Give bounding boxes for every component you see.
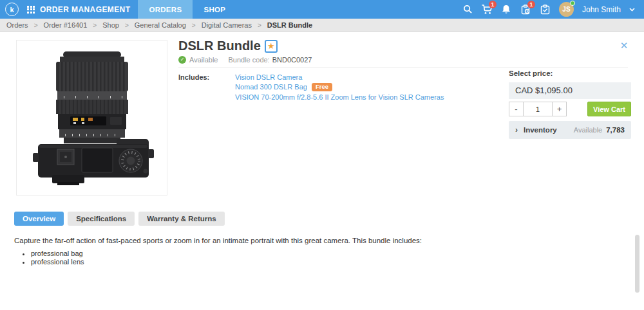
user-avatar[interactable]: JS — [559, 2, 574, 17]
bundle-code-value: BND0C0027 — [272, 56, 312, 64]
view-cart-button[interactable]: View Cart — [587, 102, 631, 116]
quantity-decrease-button[interactable]: - — [509, 102, 524, 116]
avatar-initials: JS — [562, 6, 570, 13]
breadcrumb-separator: > — [93, 22, 97, 29]
breadcrumb-shop[interactable]: Shop — [102, 21, 119, 29]
search-icon[interactable] — [462, 4, 473, 15]
breadcrumb-order-number[interactable]: Order #16401 — [43, 21, 87, 29]
breadcrumb-separator: > — [125, 22, 129, 29]
breadcrumb-general-catalog[interactable]: General Catalog — [135, 21, 186, 29]
included-item-lens-link[interactable]: VISION 70-200mm f/2.8-5.6 II Zoom Lens f… — [235, 93, 444, 101]
list-item: VISION 70-200mm f/2.8-5.6 II Zoom Lens f… — [235, 93, 444, 101]
tab-specifications[interactable]: Specifications — [68, 212, 135, 226]
breadcrumb-separator: > — [34, 22, 38, 29]
quantity-row: - + View Cart — [509, 102, 631, 116]
scrollbar-thumb[interactable] — [635, 235, 639, 293]
availability-status: Available — [189, 56, 218, 64]
free-badge: Free — [312, 83, 332, 91]
breadcrumb-digital-cameras[interactable]: Digital Cameras — [202, 21, 252, 29]
close-icon[interactable]: ✕ — [618, 40, 630, 51]
breadcrumb-separator: > — [258, 22, 261, 29]
includes-section: Includes: Vision DSLR Camera Nomad 300 D… — [178, 73, 444, 101]
included-item-camera-link[interactable]: Vision DSLR Camera — [235, 73, 302, 81]
list-item: professional bag — [31, 250, 84, 258]
select-price-label: Select price: — [509, 69, 631, 77]
product-image — [16, 40, 167, 196]
content-tabs: Overview Specifications Warranty & Retur… — [14, 212, 225, 226]
price-option[interactable]: CAD $1,095.00 — [509, 82, 631, 99]
breadcrumb-separator: > — [192, 22, 196, 29]
title-divider — [178, 68, 628, 68]
returns-badge: 1 — [527, 1, 535, 8]
inventory-label: Inventory — [524, 126, 557, 134]
includes-label: Includes: — [178, 73, 235, 101]
tab-overview[interactable]: Overview — [14, 212, 64, 226]
available-check-icon: ✓ — [178, 56, 186, 64]
description-bullet-list: professional bag professional lens — [31, 250, 84, 266]
breadcrumb: Orders > Order #16401 > Shop > General C… — [0, 19, 644, 32]
breadcrumb-dslr-bundle: DSLR Bundle — [267, 21, 312, 29]
cart-badge: 1 — [489, 1, 497, 8]
page-title: DSLR Bundle — [178, 39, 261, 53]
kibo-logo[interactable]: k — [5, 3, 19, 16]
available-count: 7,783 — [606, 126, 625, 134]
bundle-code-label: Bundle code: — [228, 56, 269, 64]
user-name[interactable]: John Smith — [582, 5, 621, 14]
navbar-left: k ORDER MANAGEMENT ORDERS SHOP — [0, 0, 236, 19]
inventory-accordion[interactable]: › Inventory Available 7,783 — [509, 121, 631, 139]
purchase-panel: Select price: CAD $1,095.00 - + View Car… — [509, 69, 631, 139]
availability-row: ✓ Available Bundle code: BND0C0027 — [178, 56, 312, 64]
nav-tab-orders[interactable]: ORDERS — [138, 0, 193, 19]
quantity-input[interactable] — [524, 102, 552, 116]
list-item: Nomad 300 DSLR Bag Free — [235, 83, 444, 91]
app-title: ORDER MANAGEMENT — [40, 5, 130, 14]
list-item: professional lens — [31, 258, 84, 266]
returns-clipboard-icon[interactable]: 1 — [520, 4, 531, 15]
cart-icon[interactable]: 1 — [482, 4, 493, 15]
navbar-right: 1 1 JS Jo — [462, 0, 644, 19]
app-grid-icon[interactable] — [27, 6, 35, 14]
included-item-bag-link[interactable]: Nomad 300 DSLR Bag — [235, 83, 307, 91]
inventory-availability: Available 7,783 — [574, 126, 625, 134]
dslr-camera-illustration — [28, 48, 156, 188]
available-label: Available — [574, 126, 602, 134]
online-status-dot — [570, 1, 575, 6]
chevron-down-icon[interactable] — [627, 4, 638, 15]
bell-icon[interactable] — [501, 4, 512, 15]
favorite-star-button[interactable]: ★ — [265, 40, 278, 53]
product-detail-panel: ✕ DSLR Bundle ★ ✓ Available Bundle code:… — [0, 32, 644, 310]
includes-links: Vision DSLR Camera Nomad 300 DSLR Bag Fr… — [235, 73, 444, 101]
top-navbar: k ORDER MANAGEMENT ORDERS SHOP 1 — [0, 0, 644, 19]
title-row: DSLR Bundle ★ — [178, 39, 278, 53]
quantity-increase-button[interactable]: + — [552, 102, 567, 116]
product-description: Capture the far-off action of fast-paced… — [14, 237, 613, 244]
nav-tab-shop[interactable]: SHOP — [193, 0, 236, 19]
navbar-tabs: ORDERS SHOP — [138, 0, 236, 19]
list-item: Vision DSLR Camera — [235, 73, 444, 81]
tab-warranty-returns[interactable]: Warranty & Returns — [138, 212, 225, 226]
chevron-right-icon: › — [515, 125, 518, 134]
tasks-clipboard-icon[interactable] — [540, 4, 551, 15]
breadcrumb-orders[interactable]: Orders — [6, 21, 28, 29]
